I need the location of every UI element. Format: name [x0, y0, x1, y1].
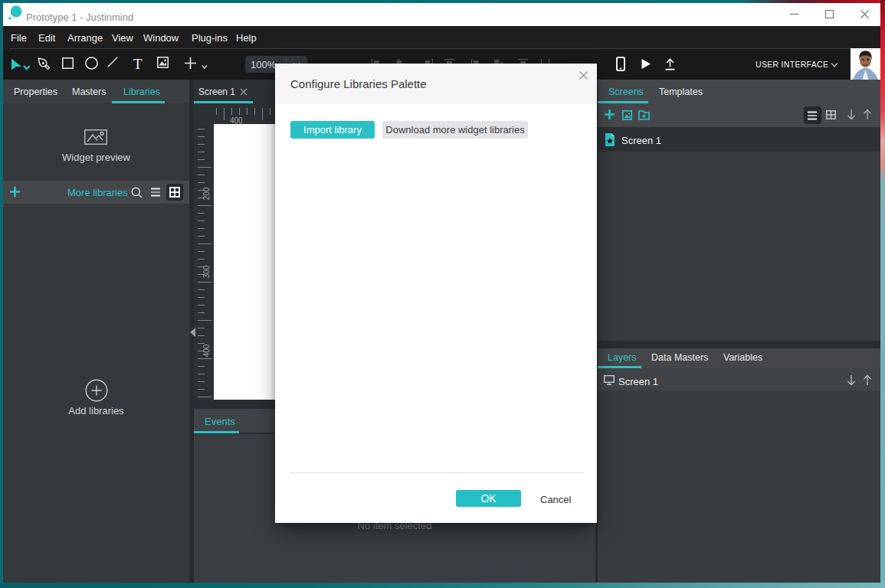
svg-text:200: 200: [202, 187, 211, 200]
svg-text:300: 300: [202, 265, 211, 278]
svg-text:400: 400: [202, 344, 211, 357]
